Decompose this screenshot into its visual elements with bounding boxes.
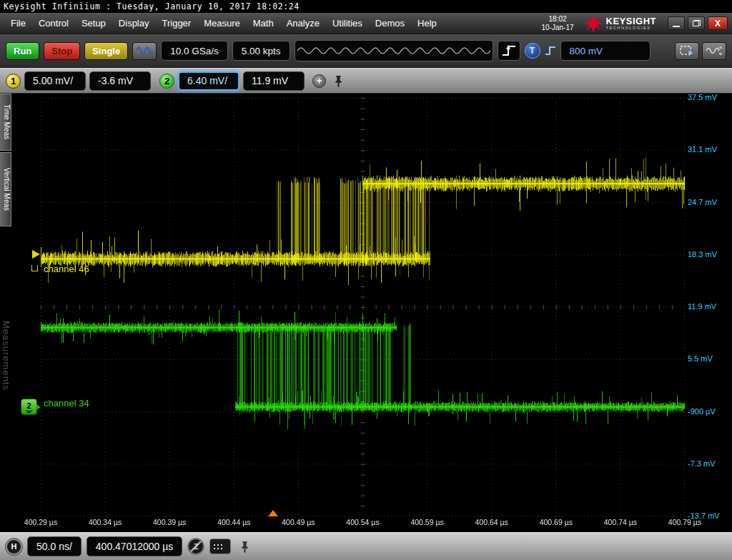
x-axis-label: 400.49 µs [282,518,315,526]
single-button[interactable]: Single [84,42,128,60]
restore-button[interactable] [688,16,705,30]
trace-label-channel-34[interactable]: channel 34 [44,398,89,409]
channel-1-badge[interactable]: 1 [6,74,21,89]
brand-name: KEYSIGHT [606,16,656,26]
touch-waveform-button[interactable] [132,42,157,60]
add-channel-button[interactable]: + [312,74,326,88]
x-axis-label: 400.39 µs [153,518,186,526]
channel-2-offset[interactable]: 11.9 mV [243,71,305,91]
zoom-region-button[interactable] [675,42,699,60]
menu-item-control[interactable]: Control [32,13,75,34]
y-axis-label: 5.5 mV [688,354,713,363]
menu-item-help[interactable]: Help [411,13,443,34]
brand-subtitle: TECHNOLOGIES [606,26,656,31]
trigger-edge-button[interactable] [498,41,520,61]
trigger-badge-label: T [530,46,535,56]
sample-rate-value: 10.0 GSa/s [170,46,219,56]
channel-1-offset[interactable]: -3.6 mV [89,71,151,91]
x-axis-label: 400.64 µs [475,518,508,526]
channel-settings-bar: 1 5.00 mV/ -3.6 mV 2 6.40 mV/ 11.9 mV + [0,68,732,94]
menu-item-measure[interactable]: Measure [197,13,247,34]
pushpin-icon [334,75,343,87]
horizontal-position-display[interactable]: 400.47012000 µs [86,536,183,556]
y-axis-label: 37.5 mV [688,93,717,101]
clock-display: 18:02 10-Jan-17 [542,15,574,31]
pin-horizontal-bar-button[interactable] [240,541,249,553]
menu-item-demos[interactable]: Demos [369,13,411,34]
sample-rate-display[interactable]: 10.0 GSa/s [161,41,228,61]
stop-button[interactable]: Stop [44,42,80,60]
scope-graticule[interactable]: channel 46 channel 34 [41,98,685,516]
x-axis-label: 400.29 µs [24,518,57,526]
close-button[interactable]: X [708,16,728,30]
y-axis-label: 31.1 mV [688,145,717,154]
keysight-logo: KEYSIGHT TECHNOLOGIES [584,14,656,33]
run-button[interactable]: Run [6,42,39,60]
channel-1-scale[interactable]: 5.00 mV/ [24,71,86,91]
trace-label-channel-46[interactable]: channel 46 [44,264,89,274]
horizontal-badge[interactable]: H [6,539,22,555]
menu-item-display[interactable]: Display [112,13,156,34]
zoom-button[interactable]: Z [187,538,204,555]
window-title: Keysight Infiniium : Tuesday, January 10… [4,1,300,11]
channel-2-marker-number: 2 [26,401,31,410]
waveform-canvas[interactable] [41,98,685,516]
clock-time: 18:02 [542,15,574,24]
timebase-value: 50.0 ns/ [36,541,72,552]
trigger-level-value: 800 mV [570,46,603,56]
memory-depth-value: 5.00 kpts [242,46,281,56]
close-icon: X [715,19,721,29]
channel-2-scale[interactable]: 6.40 mV/ [178,71,239,91]
menu-item-setup[interactable]: Setup [75,13,112,34]
x-axis-label: 400.54 µs [346,518,379,526]
brand-text: KEYSIGHT TECHNOLOGIES [606,16,656,31]
channel-2-scale-value: 6.40 mV/ [187,75,227,86]
timebase-display[interactable]: 50.0 ns/ [27,536,81,556]
h-badge-label: H [11,542,17,551]
horizontal-knob-button[interactable] [209,539,231,554]
measurement-sidebar: Time Meas Vertical Meas Measurements [0,94,11,532]
tab-vertical-meas[interactable]: Vertical Meas [0,152,11,226]
acquisition-preview[interactable] [295,40,493,61]
blue-wave-icon [136,46,153,56]
tab-time-meas[interactable]: Time Meas [0,94,11,151]
trigger-level-display[interactable]: 800 mV [560,41,651,61]
channel-2-offset-value: 11.9 mV [252,75,288,86]
pin-channel-bar-button[interactable] [334,75,343,87]
menu-item-math[interactable]: Math [247,13,280,34]
y-axis-label: 11.9 mV [688,302,716,311]
channel-2-badge[interactable]: 2 [159,74,174,89]
y-axis-labels: 37.5 mV31.1 mV24.7 mV18.3 mV11.9 mV5.5 m… [685,94,732,532]
horizontal-position-value: 400.47012000 µs [96,541,174,552]
waveform-scale-button[interactable] [702,42,726,60]
menu-bar-items: FileControlSetupDisplayTriggerMeasureMat… [4,13,443,34]
trigger-slope-icon [545,45,556,56]
waveform-arrows-icon [706,45,723,56]
trigger-position-marker[interactable] [268,510,278,516]
minimize-icon [673,26,680,27]
measurements-watermark: Measurements [0,321,11,391]
channel-1-clamp-icon [31,265,38,271]
menu-item-trigger[interactable]: Trigger [155,13,197,34]
window-controls: X [668,16,728,30]
acquisition-toolbar: Run Stop Single 10.0 GSa/s 5.00 kpts T [0,34,732,68]
horizontal-controls-bar: H 50.0 ns/ 400.47012000 µs Z [0,532,732,560]
x-axis-label: 400.44 µs [217,518,250,526]
pushpin-icon [240,541,249,553]
minimize-button[interactable] [668,16,685,30]
trigger-source-badge[interactable]: T [525,43,540,59]
marquee-select-icon [679,45,695,56]
oscilloscope-app: Keysight Infiniium : Tuesday, January 10… [0,0,732,560]
x-axis-label: 400.74 µs [604,518,637,526]
menu-item-analyze[interactable]: Analyze [280,13,326,34]
rising-edge-icon [501,44,517,58]
channel-1-offset-value: -3.6 mV [98,75,133,86]
menu-item-utilities[interactable]: Utilities [326,13,369,34]
channel-1-ground-marker[interactable] [32,250,40,259]
title-bar: Keysight Infiniium : Tuesday, January 10… [0,0,732,13]
x-axis-label: 400.79 µs [668,518,701,526]
channel-1-scale-value: 5.00 mV/ [33,75,73,86]
memory-depth-display[interactable]: 5.00 kpts [232,41,290,61]
menu-item-file[interactable]: File [4,13,32,34]
channel-2-ground-marker[interactable]: 2 [21,399,37,415]
